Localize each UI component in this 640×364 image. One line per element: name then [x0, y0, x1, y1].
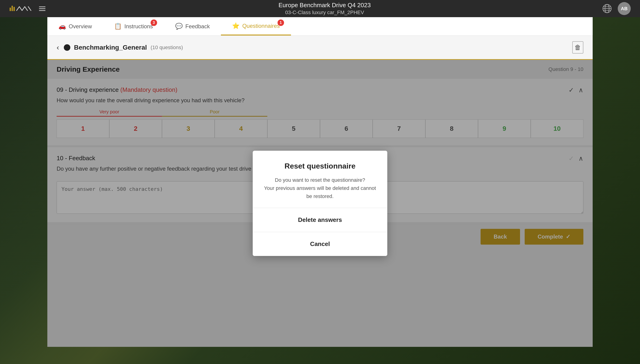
logo-area — [9, 4, 47, 14]
reset-modal: Reset questionnaire Do you want to reset… — [253, 151, 387, 256]
content-area: Driving Experience Question 9 - 10 09 - … — [47, 60, 593, 347]
cancel-button[interactable]: Cancel — [253, 232, 387, 256]
svg-rect-2 — [14, 7, 15, 11]
modal-line2: Your previous answers will be deleted an… — [264, 185, 376, 199]
modal-actions: Delete answers Cancel — [253, 208, 387, 256]
tab-feedback-label: Feedback — [185, 23, 210, 30]
modal-body: Do you want to reset the questionnaire? … — [253, 176, 387, 208]
instructions-badge: 3 — [151, 20, 157, 26]
avatar[interactable]: AB — [618, 2, 631, 15]
questionnaires-icon: ⭐ — [232, 22, 239, 30]
globe-icon[interactable] — [602, 4, 612, 14]
feedback-icon: 💬 — [175, 23, 183, 30]
tab-instructions-label: Instructions — [124, 23, 153, 30]
tab-instructions[interactable]: 📋 Instructions 3 — [103, 17, 164, 36]
main-container: 🚗 Overview 📋 Instructions 3 💬 Feedback ⭐… — [47, 17, 593, 347]
overview-icon: 🚗 — [59, 23, 66, 30]
trash-button[interactable]: 🗑 — [572, 41, 583, 54]
questionnaire-count: (10 questions) — [151, 44, 183, 50]
hamburger-menu[interactable] — [37, 5, 47, 13]
tab-overview[interactable]: 🚗 Overview — [47, 17, 103, 36]
topbar-subtitle: 03-C-Class luxury car_FM_2PHEV — [285, 9, 364, 16]
tab-bar: 🚗 Overview 📋 Instructions 3 💬 Feedback ⭐… — [47, 17, 593, 36]
instructions-icon: 📋 — [114, 23, 122, 30]
topbar: Europe Benchmark Drive Q4 2023 03-C-Clas… — [0, 0, 640, 17]
topbar-right: AB — [602, 2, 631, 15]
svg-rect-1 — [12, 6, 13, 11]
topbar-title: Europe Benchmark Drive Q4 2023 — [278, 2, 371, 9]
tab-questionnaires[interactable]: ⭐ Questionnaires 1 — [221, 17, 291, 36]
back-button[interactable]: ‹ — [57, 43, 59, 52]
delete-answers-button[interactable]: Delete answers — [253, 208, 387, 232]
topbar-center: Europe Benchmark Drive Q4 2023 03-C-Clas… — [47, 2, 602, 16]
questionnaire-title: Benchmarking_General — [74, 44, 147, 51]
modal-overlay: Reset questionnaire Do you want to reset… — [47, 60, 593, 347]
modal-text: Do you want to reset the questionnaire? … — [262, 176, 378, 200]
modal-title: Reset questionnaire — [262, 162, 378, 170]
tab-overview-label: Overview — [69, 23, 92, 30]
questionnaire-dot — [64, 44, 70, 51]
questionnaire-header: ‹ Benchmarking_General (10 questions) 🗑 — [47, 36, 593, 60]
questionnaires-badge: 1 — [277, 20, 284, 26]
tab-feedback[interactable]: 💬 Feedback — [164, 17, 221, 36]
tab-questionnaires-label: Questionnaires — [242, 23, 280, 29]
svg-rect-0 — [10, 8, 11, 11]
modal-line1: Do you want to reset the questionnaire? — [275, 177, 365, 183]
modal-header: Reset questionnaire — [253, 151, 387, 176]
logo-icon — [9, 4, 33, 14]
